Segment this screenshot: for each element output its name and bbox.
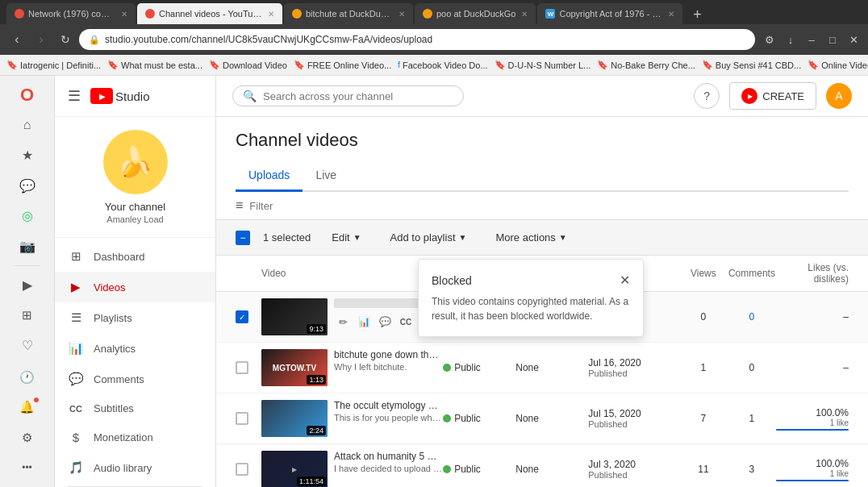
- edit-video-icon[interactable]: ✏: [334, 313, 352, 331]
- page-title: Channel videos: [236, 130, 849, 151]
- sidebar-icon-apps[interactable]: ⊞: [10, 301, 44, 329]
- bookmark-duns[interactable]: 🔖 D-U-N-S Number L...: [495, 60, 591, 70]
- nav-item-subtitles[interactable]: CC Subtitles: [55, 394, 215, 422]
- sidebar-icon-instagram[interactable]: 📷: [10, 231, 44, 260]
- sidebar-icon-media[interactable]: ▶: [10, 271, 44, 299]
- comments-1[interactable]: 0: [728, 311, 776, 323]
- extensions-icon[interactable]: ⚙: [762, 31, 778, 48]
- bookmark-sensi[interactable]: 🔖 Buy Sensi #41 CBD...: [702, 60, 801, 70]
- tab-uploads[interactable]: Uploads: [236, 160, 303, 192]
- nav-item-comments[interactable]: 💬 Comments: [55, 364, 215, 394]
- back-button[interactable]: ‹: [6, 29, 27, 50]
- restrictions-4: None: [515, 464, 588, 475]
- restrictions-2: None: [515, 362, 588, 373]
- more-actions-button[interactable]: More actions ▼: [487, 227, 574, 248]
- user-avatar[interactable]: A: [826, 83, 852, 109]
- nav-item-playlists[interactable]: ☰ Playlists: [55, 302, 215, 333]
- filter-bar: ≡: [216, 192, 868, 220]
- bookmark-icon: 🔖: [702, 60, 713, 70]
- opera-icon[interactable]: O: [10, 81, 44, 109]
- row-checkbox-4[interactable]: [236, 463, 248, 476]
- sidebar-icon-whatsapp[interactable]: ◎: [10, 202, 44, 230]
- bookmark-online-video[interactable]: 🔖 Online Video Down...: [807, 60, 868, 70]
- nav-label: Comments: [94, 373, 144, 385]
- create-icon: ▶: [741, 88, 757, 104]
- bookmark-icon: 🔖: [294, 60, 305, 70]
- tab-bar: Network (1976) compilati... ✕ Channel vi…: [0, 0, 868, 24]
- minimize-icon[interactable]: –: [803, 31, 820, 48]
- tab-close[interactable]: ✕: [668, 10, 674, 19]
- tooltip-close-icon[interactable]: ✕: [620, 273, 630, 288]
- sidebar-icon-messages[interactable]: 💬: [10, 171, 44, 199]
- sidebar-icon-heart[interactable]: ♡: [10, 331, 44, 360]
- row-checkbox-3[interactable]: [236, 412, 248, 425]
- maximize-icon[interactable]: □: [824, 31, 841, 48]
- nav-item-audio-library[interactable]: 🎵 Audio library: [55, 452, 215, 483]
- row-checkbox-1[interactable]: ✓: [236, 310, 248, 323]
- video-title-2: bitchute gone down the chute A not s...: [334, 349, 443, 360]
- nav-item-videos[interactable]: ▶ Videos: [55, 272, 215, 302]
- nav-label: Dashboard: [94, 251, 145, 263]
- hamburger-icon[interactable]: ☰: [65, 84, 84, 108]
- likes-3-cell: 100.0% 1 like: [776, 407, 849, 431]
- sidebar-icon-home[interactable]: ⌂: [10, 110, 44, 139]
- sidebar-icon-notifications[interactable]: 🔔: [10, 393, 44, 422]
- tab-live[interactable]: Live: [303, 160, 349, 192]
- video-thumbnail-4: ▶ 1:11:54: [261, 451, 328, 487]
- help-button[interactable]: ?: [694, 83, 720, 109]
- close-window-icon[interactable]: ✕: [845, 31, 862, 48]
- channel-name: Your channel: [68, 201, 202, 213]
- nav-item-monetization[interactable]: $ Monetization: [55, 422, 215, 452]
- channel-avatar[interactable]: 🍌: [103, 130, 168, 194]
- subtitles-video-icon[interactable]: CC: [397, 313, 415, 331]
- likes-sub-3: 1 like: [776, 418, 849, 427]
- nav-label: Analytics: [94, 343, 136, 355]
- selected-count: 1 selected: [263, 231, 311, 244]
- sidebar-icon-clock[interactable]: 🕐: [10, 363, 44, 391]
- search-input[interactable]: [263, 90, 453, 102]
- create-button[interactable]: ▶ CREATE: [729, 82, 816, 110]
- yt-sidebar: ☰ ▶ Studio 🍌 Your channel Amanley Load ⊞…: [55, 76, 216, 487]
- add-to-playlist-button[interactable]: Add to playlist ▼: [382, 227, 475, 248]
- bookmark-what-must[interactable]: 🔖 What must be esta...: [107, 60, 202, 70]
- tab-bitchute[interactable]: bitchute at DuckDuckGo ✕: [284, 3, 413, 24]
- nav-item-analytics[interactable]: 📊 Analytics: [55, 333, 215, 364]
- sidebar-icon-settings[interactable]: ⚙: [10, 423, 44, 452]
- yt-logo[interactable]: ▶ Studio: [90, 88, 150, 104]
- tab-close[interactable]: ✕: [121, 10, 127, 19]
- tab-close[interactable]: ✕: [521, 10, 528, 19]
- tab-poo[interactable]: poo at DuckDuckGo ✕: [415, 3, 536, 24]
- new-tab-button[interactable]: +: [687, 5, 707, 24]
- bookmark-fb-video[interactable]: f Facebook Video Do...: [398, 60, 487, 70]
- video-title-3: The occult etymology meaning of Gra...: [334, 400, 443, 411]
- filter-input[interactable]: [249, 200, 849, 212]
- tab-close[interactable]: ✕: [399, 10, 405, 19]
- forward-button[interactable]: ›: [31, 29, 52, 50]
- tab-network[interactable]: Network (1976) compilati... ✕: [6, 3, 136, 24]
- select-all-checkbox[interactable]: −: [236, 231, 250, 245]
- analytics-video-icon[interactable]: 📊: [355, 313, 373, 331]
- tab-copyright[interactable]: W Copyright Act of 1976 - Wi... ✕: [537, 3, 682, 24]
- bookmark-berry[interactable]: 🔖 No-Bake Berry Che...: [597, 60, 695, 70]
- downloads-icon[interactable]: ↓: [782, 31, 799, 48]
- bookmark-download-video[interactable]: 🔖 Download Video: [209, 60, 287, 70]
- sidebar-icon-more[interactable]: •••: [10, 454, 44, 482]
- duration-badge: 2:24: [307, 426, 326, 435]
- row-checkbox-2[interactable]: [236, 361, 248, 374]
- address-bar[interactable]: 🔒 studio.youtube.com/channel/UC8k5vauCNw…: [79, 29, 755, 50]
- sidebar-icon-bookmarks[interactable]: ★: [10, 141, 44, 169]
- comments-video-icon[interactable]: 💬: [376, 313, 394, 331]
- icon-sidebar: O ⌂ ★ 💬 ◎ 📷 ▶ ⊞ ♡ 🕐 🔔 ⚙ •••: [0, 76, 55, 487]
- bookmark-iatrogenic[interactable]: 🔖 Iatrogenic | Definiti...: [6, 60, 101, 70]
- views-3: 7: [679, 413, 728, 424]
- analytics-icon: 📊: [68, 341, 84, 356]
- nav-item-dashboard[interactable]: ⊞ Dashboard: [55, 241, 215, 272]
- table-row: 2:24 The occult etymology meaning of Gra…: [216, 393, 868, 444]
- tab-close[interactable]: ✕: [268, 10, 274, 19]
- video-desc-3: This is for you people who are constantl…: [334, 413, 443, 422]
- reload-button[interactable]: ↻: [55, 29, 76, 50]
- edit-button[interactable]: Edit ▼: [323, 227, 369, 248]
- tab-yt-studio[interactable]: Channel videos - YouTube ✕: [137, 3, 282, 24]
- bookmark-free-video[interactable]: 🔖 FREE Online Video...: [294, 60, 391, 70]
- video-thumbnail-1: 9:13: [261, 298, 328, 335]
